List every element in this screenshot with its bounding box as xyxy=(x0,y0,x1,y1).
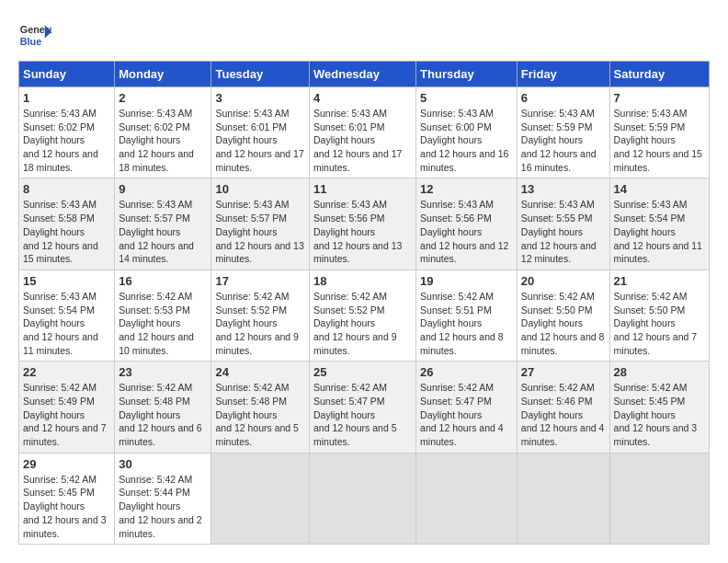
cell-info: Sunrise: 5:43 AM Sunset: 6:02 PM Dayligh… xyxy=(23,107,110,174)
day-number: 4 xyxy=(313,91,412,105)
cell-info: Sunrise: 5:43 AM Sunset: 5:56 PM Dayligh… xyxy=(313,198,412,265)
calendar-cell: 25 Sunrise: 5:42 AM Sunset: 5:47 PM Dayl… xyxy=(309,362,415,453)
daylight-label: Daylight hours xyxy=(215,226,277,237)
day-number: 30 xyxy=(119,457,207,471)
calendar-cell: 16 Sunrise: 5:42 AM Sunset: 5:53 PM Dayl… xyxy=(115,270,211,361)
daylight-value: and 12 hours and 18 minutes. xyxy=(23,148,98,173)
calendar-cell: 15 Sunrise: 5:43 AM Sunset: 5:54 PM Dayl… xyxy=(19,270,115,361)
calendar-cell: 7 Sunrise: 5:43 AM Sunset: 5:59 PM Dayli… xyxy=(609,87,709,178)
day-number: 16 xyxy=(119,274,207,288)
daylight-label: Daylight hours xyxy=(420,134,482,145)
cell-info: Sunrise: 5:42 AM Sunset: 5:51 PM Dayligh… xyxy=(420,290,513,357)
sunrise-label: Sunrise: 5:42 AM xyxy=(215,291,289,302)
cell-info: Sunrise: 5:43 AM Sunset: 5:57 PM Dayligh… xyxy=(119,198,207,265)
logo: General Blue xyxy=(18,18,51,52)
sunset-label: Sunset: 5:50 PM xyxy=(521,304,593,316)
day-number: 2 xyxy=(119,91,207,105)
sunrise-label: Sunrise: 5:43 AM xyxy=(23,199,97,210)
sunrise-label: Sunrise: 5:42 AM xyxy=(420,291,494,302)
calendar-cell: 8 Sunrise: 5:43 AM Sunset: 5:58 PM Dayli… xyxy=(19,178,115,270)
weekday-header: Wednesday xyxy=(309,62,415,87)
day-number: 27 xyxy=(521,365,606,379)
calendar-cell xyxy=(416,453,518,544)
daylight-value: and 12 hours and 8 minutes. xyxy=(521,331,605,356)
sunset-label: Sunset: 5:57 PM xyxy=(119,213,190,224)
daylight-label: Daylight hours xyxy=(420,226,482,237)
sunrise-label: Sunrise: 5:43 AM xyxy=(420,108,494,119)
daylight-value: and 12 hours and 12 minutes. xyxy=(521,240,597,265)
day-number: 15 xyxy=(23,274,110,288)
daylight-value: and 12 hours and 3 minutes. xyxy=(614,422,698,447)
cell-info: Sunrise: 5:43 AM Sunset: 5:57 PM Dayligh… xyxy=(215,198,305,265)
weekday-header: Tuesday xyxy=(211,62,310,87)
sunrise-label: Sunrise: 5:42 AM xyxy=(420,382,494,393)
daylight-label: Daylight hours xyxy=(119,317,180,328)
daylight-label: Daylight hours xyxy=(313,317,375,328)
calendar-cell: 26 Sunrise: 5:42 AM Sunset: 5:47 PM Dayl… xyxy=(416,362,518,453)
daylight-label: Daylight hours xyxy=(313,134,375,145)
sunset-label: Sunset: 5:49 PM xyxy=(23,396,95,407)
sunrise-label: Sunrise: 5:42 AM xyxy=(313,291,387,302)
daylight-label: Daylight hours xyxy=(614,317,676,328)
day-number: 5 xyxy=(420,91,513,105)
weekday-header: Thursday xyxy=(416,62,518,87)
sunset-label: Sunset: 5:55 PM xyxy=(521,213,593,224)
daylight-value: and 12 hours and 16 minutes. xyxy=(420,148,508,173)
sunset-label: Sunset: 5:47 PM xyxy=(420,396,492,407)
day-number: 6 xyxy=(521,91,606,105)
sunrise-label: Sunrise: 5:43 AM xyxy=(420,199,494,210)
day-number: 23 xyxy=(119,365,207,379)
daylight-value: and 12 hours and 17 minutes. xyxy=(215,148,303,173)
day-number: 18 xyxy=(313,274,412,288)
cell-info: Sunrise: 5:43 AM Sunset: 5:58 PM Dayligh… xyxy=(23,198,110,265)
calendar-cell: 11 Sunrise: 5:43 AM Sunset: 5:56 PM Dayl… xyxy=(309,178,415,270)
sunset-label: Sunset: 5:45 PM xyxy=(614,396,686,407)
day-number: 17 xyxy=(215,274,305,288)
calendar-week-row: 22 Sunrise: 5:42 AM Sunset: 5:49 PM Dayl… xyxy=(19,362,710,453)
daylight-value: and 12 hours and 18 minutes. xyxy=(119,148,194,173)
day-number: 25 xyxy=(313,365,412,379)
sunset-label: Sunset: 5:57 PM xyxy=(215,213,287,224)
sunset-label: Sunset: 5:48 PM xyxy=(119,396,190,407)
cell-info: Sunrise: 5:43 AM Sunset: 5:54 PM Dayligh… xyxy=(23,290,110,357)
sunrise-label: Sunrise: 5:43 AM xyxy=(215,199,289,210)
sunset-label: Sunset: 5:58 PM xyxy=(23,213,95,224)
daylight-label: Daylight hours xyxy=(119,134,180,145)
daylight-value: and 12 hours and 4 minutes. xyxy=(521,422,605,447)
cell-info: Sunrise: 5:43 AM Sunset: 5:54 PM Dayligh… xyxy=(614,198,705,265)
day-number: 7 xyxy=(614,91,705,105)
calendar-cell xyxy=(517,453,609,544)
daylight-label: Daylight hours xyxy=(23,500,85,511)
calendar-cell: 13 Sunrise: 5:43 AM Sunset: 5:55 PM Dayl… xyxy=(517,178,609,270)
sunset-label: Sunset: 5:50 PM xyxy=(614,304,686,316)
daylight-label: Daylight hours xyxy=(215,409,277,420)
day-number: 29 xyxy=(23,457,110,471)
daylight-value: and 12 hours and 15 minutes. xyxy=(23,240,98,265)
daylight-label: Daylight hours xyxy=(23,317,85,328)
sunset-label: Sunset: 5:52 PM xyxy=(313,304,385,316)
cell-info: Sunrise: 5:42 AM Sunset: 5:48 PM Dayligh… xyxy=(215,381,305,448)
sunrise-label: Sunrise: 5:43 AM xyxy=(119,199,192,210)
sunset-label: Sunset: 5:56 PM xyxy=(313,213,385,224)
daylight-label: Daylight hours xyxy=(119,409,180,420)
sunset-label: Sunset: 5:44 PM xyxy=(119,487,190,498)
calendar-cell: 10 Sunrise: 5:43 AM Sunset: 5:57 PM Dayl… xyxy=(211,178,310,270)
sunset-label: Sunset: 6:02 PM xyxy=(23,121,95,132)
calendar-cell xyxy=(211,453,310,544)
daylight-label: Daylight hours xyxy=(23,409,85,420)
sunrise-label: Sunrise: 5:42 AM xyxy=(614,382,688,393)
sunset-label: Sunset: 5:53 PM xyxy=(119,304,190,316)
day-number: 28 xyxy=(614,365,705,379)
daylight-value: and 12 hours and 14 minutes. xyxy=(119,240,194,265)
calendar-week-row: 15 Sunrise: 5:43 AM Sunset: 5:54 PM Dayl… xyxy=(19,270,710,361)
calendar-week-row: 29 Sunrise: 5:42 AM Sunset: 5:45 PM Dayl… xyxy=(19,453,710,544)
weekday-header: Sunday xyxy=(19,62,115,87)
daylight-label: Daylight hours xyxy=(313,409,375,420)
cell-info: Sunrise: 5:42 AM Sunset: 5:52 PM Dayligh… xyxy=(215,290,305,357)
calendar-cell xyxy=(609,453,709,544)
sunrise-label: Sunrise: 5:42 AM xyxy=(521,382,595,393)
day-number: 24 xyxy=(215,365,305,379)
daylight-value: and 12 hours and 7 minutes. xyxy=(614,331,698,356)
calendar-cell: 21 Sunrise: 5:42 AM Sunset: 5:50 PM Dayl… xyxy=(609,270,709,361)
daylight-label: Daylight hours xyxy=(521,409,583,420)
